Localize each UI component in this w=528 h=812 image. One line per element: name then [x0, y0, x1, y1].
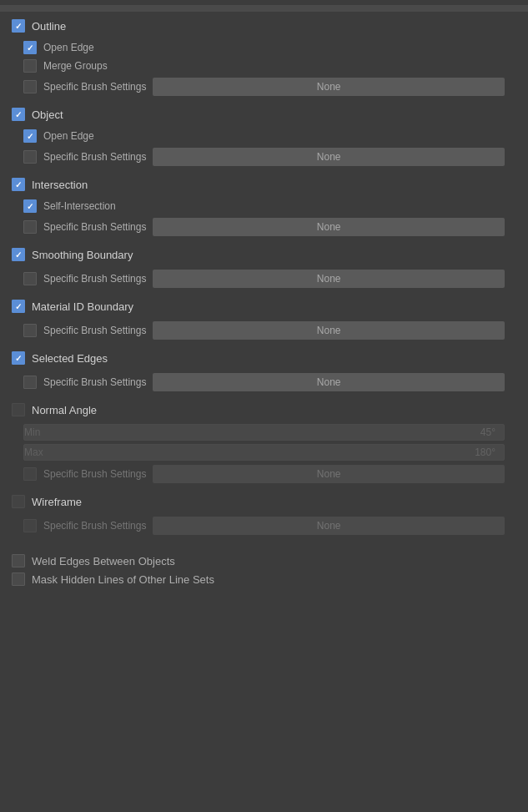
- edge-panel: OutlineOpen EdgeMerge GroupsSpecific Bru…: [0, 0, 528, 599]
- dropdown-wireframe-specific-brush-settings[interactable]: None: [153, 517, 505, 535]
- checkbox-intersection-specific-brush-settings[interactable]: [23, 220, 37, 234]
- group-selected-edges: Selected EdgesSpecific Brush SettingsNon…: [0, 347, 528, 397]
- group-header-intersection[interactable]: Intersection: [0, 174, 528, 195]
- option-label-object-specific-brush-settings: Specific Brush Settings: [43, 151, 146, 163]
- group-header-smoothing-boundary[interactable]: Smoothing Boundary: [0, 244, 528, 265]
- option-label-intersection-specific-brush-settings: Specific Brush Settings: [43, 221, 146, 233]
- group-header-outline[interactable]: Outline: [0, 15, 528, 37]
- group-material-id-boundary: Material ID BoundarySpecific Brush Setti…: [0, 295, 528, 345]
- edge-section-body: OutlineOpen EdgeMerge GroupsSpecific Bru…: [0, 12, 528, 546]
- angle-max-row: Max180°: [0, 442, 528, 462]
- sub-options-smoothing-boundary: Specific Brush SettingsNone: [0, 265, 528, 294]
- group-smoothing-boundary: Smoothing BoundarySpecific Brush Setting…: [0, 244, 528, 294]
- option-row-intersection-self-intersection: Self-Intersection: [0, 197, 528, 215]
- group-header-wireframe[interactable]: Wireframe: [0, 491, 528, 512]
- angle-min-row: Min45°: [0, 422, 528, 442]
- group-header-selected-edges[interactable]: Selected Edges: [0, 347, 528, 369]
- group-normal-angle: Normal AngleMin45°Max180°Specific Brush …: [0, 399, 528, 489]
- checkbox-normal-angle-specific-brush-settings[interactable]: [23, 467, 37, 481]
- checkbox-material-id-boundary[interactable]: [12, 300, 25, 313]
- checkbox-material-id-boundary-specific-brush-settings[interactable]: [23, 324, 37, 337]
- checkbox-selected-edges-specific-brush-settings[interactable]: [23, 376, 37, 389]
- dropdown-object-specific-brush-settings[interactable]: None: [153, 148, 505, 166]
- option-label-selected-edges-specific-brush-settings: Specific Brush Settings: [43, 376, 146, 388]
- option-row-selected-edges-specific-brush-settings: Specific Brush SettingsNone: [0, 371, 528, 394]
- checkbox-smoothing-boundary-specific-brush-settings[interactable]: [23, 272, 37, 285]
- angle-min-label: Min: [24, 426, 58, 438]
- option-label-outline-specific-brush-settings: Specific Brush Settings: [43, 81, 146, 93]
- sub-options-material-id-boundary: Specific Brush SettingsNone: [0, 317, 528, 345]
- dropdown-outline-specific-brush-settings[interactable]: None: [153, 78, 505, 96]
- checkbox-intersection-self-intersection[interactable]: [23, 199, 37, 213]
- dropdown-intersection-specific-brush-settings[interactable]: None: [153, 218, 505, 236]
- sub-options-object: Open EdgeSpecific Brush SettingsNone: [0, 125, 528, 172]
- group-header-object[interactable]: Object: [0, 103, 528, 125]
- option-label-wireframe-specific-brush-settings: Specific Brush Settings: [43, 520, 146, 532]
- checkbox-bottom-mask-hidden[interactable]: [12, 572, 25, 586]
- checkbox-outline-open-edge[interactable]: [23, 41, 37, 54]
- group-title-intersection: Intersection: [32, 179, 88, 191]
- checkbox-object[interactable]: [12, 108, 25, 121]
- checkbox-smoothing-boundary[interactable]: [12, 248, 25, 261]
- bottom-check-weld-edges: Weld Edges Between Objects: [12, 554, 516, 567]
- checkbox-normal-angle[interactable]: [12, 403, 25, 416]
- angle-min-value: 45°: [58, 426, 499, 438]
- checkbox-outline-specific-brush-settings[interactable]: [23, 80, 37, 93]
- group-title-outline: Outline: [32, 20, 66, 33]
- option-row-wireframe-specific-brush-settings: Specific Brush SettingsNone: [0, 514, 528, 537]
- option-row-object-specific-brush-settings: Specific Brush SettingsNone: [0, 145, 528, 169]
- option-label-outline-merge-groups: Merge Groups: [43, 60, 108, 72]
- sub-options-outline: Open EdgeMerge GroupsSpecific Brush Sett…: [0, 37, 528, 102]
- option-label-object-open-edge: Open Edge: [43, 130, 94, 142]
- sub-options-intersection: Self-IntersectionSpecific Brush Settings…: [0, 195, 528, 242]
- group-title-object: Object: [32, 108, 63, 121]
- option-label-normal-angle-specific-brush-settings: Specific Brush Settings: [43, 468, 146, 480]
- checkbox-intersection[interactable]: [12, 178, 25, 191]
- edge-section-header[interactable]: [0, 5, 528, 12]
- bottom-check-mask-hidden: Mask Hidden Lines of Other Line Sets: [12, 572, 516, 586]
- group-header-normal-angle[interactable]: Normal Angle: [0, 399, 528, 421]
- checkbox-object-specific-brush-settings[interactable]: [23, 150, 37, 164]
- group-title-material-id-boundary: Material ID Boundary: [32, 300, 133, 313]
- checkbox-object-open-edge[interactable]: [23, 129, 37, 143]
- checkbox-selected-edges[interactable]: [12, 351, 25, 365]
- option-row-smoothing-boundary-specific-brush-settings: Specific Brush SettingsNone: [0, 267, 528, 290]
- option-label-intersection-self-intersection: Self-Intersection: [43, 200, 116, 212]
- group-header-material-id-boundary[interactable]: Material ID Boundary: [0, 295, 528, 317]
- dropdown-normal-angle-specific-brush-settings[interactable]: None: [153, 465, 505, 483]
- option-row-intersection-specific-brush-settings: Specific Brush SettingsNone: [0, 215, 528, 239]
- option-row-outline-open-edge: Open Edge: [0, 38, 528, 57]
- option-row-outline-specific-brush-settings: Specific Brush SettingsNone: [0, 75, 528, 98]
- option-row-material-id-boundary-specific-brush-settings: Specific Brush SettingsNone: [0, 319, 528, 342]
- angle-max-value: 180°: [58, 446, 499, 458]
- group-title-wireframe: Wireframe: [32, 496, 82, 508]
- bottom-check-label-mask-hidden: Mask Hidden Lines of Other Line Sets: [32, 573, 214, 586]
- checkbox-wireframe[interactable]: [12, 495, 25, 508]
- checkbox-wireframe-specific-brush-settings[interactable]: [23, 519, 37, 532]
- option-row-outline-merge-groups: Merge Groups: [0, 57, 528, 75]
- option-label-outline-open-edge: Open Edge: [43, 42, 94, 53]
- checkbox-outline[interactable]: [12, 19, 25, 33]
- angle-max-bar[interactable]: Max180°: [23, 444, 505, 461]
- dropdown-smoothing-boundary-specific-brush-settings[interactable]: None: [153, 270, 505, 288]
- angle-min-bar[interactable]: Min45°: [23, 424, 505, 441]
- bottom-check-label-weld-edges: Weld Edges Between Objects: [32, 555, 175, 567]
- bottom-options: Weld Edges Between ObjectsMask Hidden Li…: [0, 546, 528, 594]
- dropdown-material-id-boundary-specific-brush-settings[interactable]: None: [153, 321, 505, 340]
- group-intersection: IntersectionSelf-IntersectionSpecific Br…: [0, 174, 528, 242]
- group-object: ObjectOpen EdgeSpecific Brush SettingsNo…: [0, 103, 528, 172]
- option-label-smoothing-boundary-specific-brush-settings: Specific Brush Settings: [43, 273, 146, 285]
- sub-options-normal-angle: Min45°Max180°Specific Brush SettingsNone: [0, 421, 528, 489]
- option-row-normal-angle-specific-brush-settings: Specific Brush SettingsNone: [0, 462, 528, 486]
- group-title-smoothing-boundary: Smoothing Boundary: [32, 249, 133, 261]
- sub-options-selected-edges: Specific Brush SettingsNone: [0, 369, 528, 397]
- sub-options-wireframe: Specific Brush SettingsNone: [0, 512, 528, 541]
- group-outline: OutlineOpen EdgeMerge GroupsSpecific Bru…: [0, 15, 528, 102]
- dropdown-selected-edges-specific-brush-settings[interactable]: None: [153, 373, 505, 391]
- group-title-selected-edges: Selected Edges: [32, 352, 108, 365]
- angle-max-label: Max: [24, 446, 58, 458]
- option-row-object-open-edge: Open Edge: [0, 127, 528, 145]
- checkbox-outline-merge-groups[interactable]: [23, 59, 37, 73]
- checkbox-bottom-weld-edges[interactable]: [12, 554, 25, 567]
- option-label-material-id-boundary-specific-brush-settings: Specific Brush Settings: [43, 325, 146, 336]
